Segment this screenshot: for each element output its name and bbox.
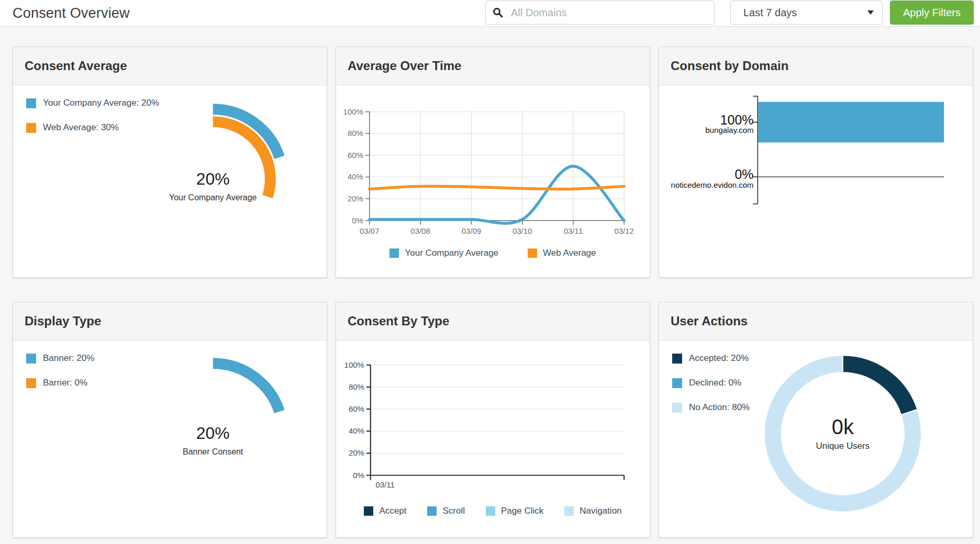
- legend-swatch: [564, 506, 574, 516]
- svg-text:noticedemo.evidon.com: noticedemo.evidon.com: [671, 180, 754, 189]
- card-header: Consent Average: [13, 47, 327, 85]
- display-type-chart: Banner: 20%Barrier: 0%20%Banner Consent: [13, 341, 327, 537]
- svg-text:60%: 60%: [349, 404, 364, 413]
- legend-label: Declined: 0%: [689, 378, 741, 388]
- card-consent-by-type: Consent By Type AcceptScrollPage ClickNa…: [336, 302, 650, 538]
- consent-by-domain-chart: 100%bungalay.com0%noticedemo.evidon.com: [659, 85, 973, 277]
- page-title: Consent Overview: [13, 5, 130, 21]
- legend-swatch: [364, 506, 373, 516]
- consent-by-type-chart: AcceptScrollPage ClickNavigation0%20%40%…: [336, 341, 650, 537]
- svg-text:03/11: 03/11: [564, 226, 583, 235]
- top-bar: Consent Overview Last 7 days Apply Filte…: [0, 0, 980, 27]
- legend-label: Accept: [379, 506, 406, 516]
- card-header: Consent by Domain: [659, 47, 973, 85]
- svg-text:80%: 80%: [348, 129, 363, 138]
- legend-label: Your Company Average: [405, 248, 498, 258]
- svg-text:03/07: 03/07: [360, 226, 379, 235]
- user-actions-legend: Accepted: 20%Declined: 0%No Action: 80%: [672, 353, 750, 413]
- svg-text:03/08: 03/08: [410, 226, 430, 235]
- date-range-value: Last 7 days: [743, 7, 797, 19]
- chevron-down-icon: [867, 10, 874, 15]
- legend-item[interactable]: Your Company Average: [389, 248, 498, 258]
- legend-swatch: [26, 354, 36, 364]
- svg-text:80%: 80%: [349, 382, 364, 391]
- legend-item[interactable]: Accept: [364, 506, 406, 516]
- filter-controls: Last 7 days Apply Filters: [485, 1, 974, 25]
- date-range-select[interactable]: Last 7 days: [730, 1, 883, 25]
- svg-text:Banner Consent: Banner Consent: [183, 447, 243, 456]
- card-consent-by-domain: Consent by Domain 100%bungalay.com0%noti…: [659, 47, 973, 278]
- svg-text:03/12: 03/12: [614, 226, 633, 235]
- legend-item: Web Average: 30%: [26, 122, 159, 133]
- legend-item: Declined: 0%: [672, 378, 750, 388]
- legend-label: Banner: 20%: [43, 353, 94, 364]
- legend-label: Barrier: 0%: [43, 378, 87, 388]
- svg-text:20%: 20%: [348, 194, 363, 203]
- card-title: Average Over Time: [348, 59, 461, 73]
- legend-item[interactable]: Scroll: [427, 506, 465, 516]
- card-user-actions: User Actions Accepted: 20%Declined: 0%No…: [659, 302, 973, 538]
- legend-swatch: [672, 403, 682, 413]
- svg-text:100%: 100%: [344, 360, 364, 369]
- legend-item: No Action: 80%: [672, 402, 750, 413]
- card-consent-average: Consent Average Your Company Average: 20…: [13, 47, 327, 278]
- legend-item: Barrier: 0%: [26, 378, 94, 388]
- card-title: Consent By Type: [348, 314, 449, 328]
- svg-text:bungalay.com: bungalay.com: [706, 126, 754, 135]
- legend-label: Your Company Average: 20%: [43, 98, 159, 108]
- svg-text:03/09: 03/09: [462, 226, 481, 235]
- svg-text:100%: 100%: [343, 107, 363, 116]
- svg-text:60%: 60%: [348, 151, 363, 160]
- apply-filters-button[interactable]: Apply Filters: [890, 1, 974, 25]
- domain-search-input[interactable]: [510, 6, 708, 19]
- legend-label: Web Average: 30%: [43, 122, 119, 133]
- legend-swatch: [26, 98, 36, 108]
- legend-swatch: [26, 378, 36, 388]
- card-header: Display Type: [13, 302, 327, 341]
- legend-label: Page Click: [501, 506, 543, 516]
- consent-average-chart: Your Company Average: 20%Web Average: 30…: [13, 85, 327, 277]
- average-over-time-chart: Your Company AverageWeb Average0%20%40%6…: [336, 85, 650, 277]
- card-average-over-time: Average Over Time Your Company AverageWe…: [336, 47, 650, 278]
- legend-item: Banner: 20%: [26, 353, 94, 364]
- svg-text:0%: 0%: [353, 471, 364, 480]
- legend-item[interactable]: Web Average: [528, 248, 596, 258]
- svg-text:03/10: 03/10: [513, 226, 532, 235]
- consent-average-legend: Your Company Average: 20%Web Average: 30…: [26, 98, 159, 133]
- card-header: Consent By Type: [336, 302, 650, 341]
- svg-text:40%: 40%: [348, 172, 363, 181]
- dashboard-grid: Consent Average Your Company Average: 20…: [13, 47, 973, 538]
- svg-text:100%: 100%: [720, 112, 754, 127]
- average-over-time-legend: Your Company AverageWeb Average: [336, 248, 650, 258]
- legend-item[interactable]: Navigation: [564, 506, 621, 516]
- legend-label: Scroll: [442, 506, 465, 516]
- legend-label: Web Average: [543, 248, 596, 258]
- svg-text:20%: 20%: [196, 424, 230, 443]
- svg-text:0%: 0%: [734, 167, 753, 182]
- consent-by-type-legend: AcceptScrollPage ClickNavigation: [336, 506, 650, 516]
- legend-label: Accepted: 20%: [689, 353, 749, 364]
- legend-swatch: [389, 248, 399, 258]
- legend-swatch: [672, 378, 682, 388]
- legend-swatch: [486, 506, 495, 516]
- legend-item: Your Company Average: 20%: [26, 98, 159, 108]
- search-icon: [492, 7, 504, 18]
- svg-text:20%: 20%: [196, 169, 230, 188]
- legend-item[interactable]: Page Click: [486, 506, 543, 516]
- legend-item: Accepted: 20%: [672, 353, 750, 364]
- svg-text:0k: 0k: [832, 415, 854, 438]
- card-title: Display Type: [25, 314, 101, 328]
- legend-swatch: [427, 506, 437, 516]
- svg-text:Your Company Average: Your Company Average: [169, 193, 257, 202]
- domain-search[interactable]: [485, 1, 715, 25]
- svg-text:20%: 20%: [349, 448, 364, 457]
- legend-swatch: [672, 354, 682, 364]
- card-header: User Actions: [659, 302, 973, 341]
- user-actions-chart: Accepted: 20%Declined: 0%No Action: 80%0…: [659, 341, 973, 537]
- display-type-legend: Banner: 20%Barrier: 0%: [26, 353, 94, 388]
- svg-text:40%: 40%: [349, 426, 364, 435]
- card-title: Consent by Domain: [671, 59, 788, 73]
- legend-label: Navigation: [580, 506, 621, 516]
- legend-label: No Action: 80%: [689, 402, 750, 413]
- svg-text:Unique Users: Unique Users: [816, 441, 870, 451]
